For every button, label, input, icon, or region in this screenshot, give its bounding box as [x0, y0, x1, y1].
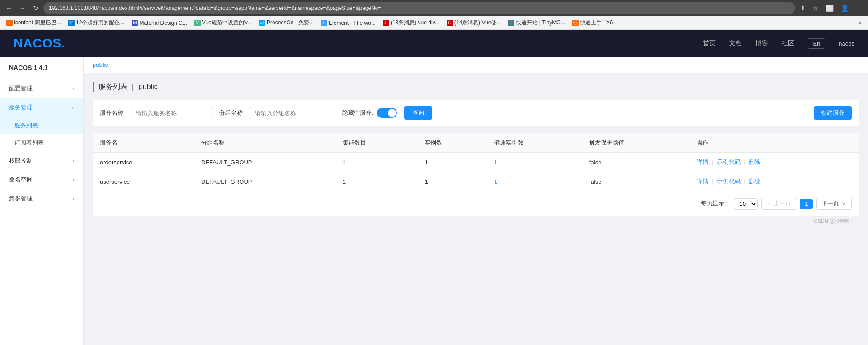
- nacos-nav: 首页 文档 博客 社区 En nacos: [703, 38, 854, 49]
- nav-home[interactable]: 首页: [703, 39, 716, 47]
- delete-link-0[interactable]: 删除: [749, 159, 760, 165]
- sidebar-group-config: 配置管理 ›: [0, 79, 83, 98]
- cell-threshold: false: [582, 172, 689, 191]
- nacos-logo: NACOS.: [14, 36, 66, 51]
- content-area: public 服务列表 ｜ public 服务名称 分组名称 隐藏空服务:: [84, 57, 868, 345]
- page-namespace: public: [139, 83, 158, 90]
- nav-forward-button[interactable]: →: [17, 4, 28, 13]
- browser-actions: ⬆ ☆ ⬜ 👤 ⋮: [798, 4, 864, 13]
- bookmark-icon[interactable]: ☆: [811, 4, 821, 13]
- bookmark-element[interactable]: E Element - The wo...: [318, 19, 378, 27]
- sidebar-item-subscriber-list[interactable]: 订阅者列表: [0, 134, 83, 151]
- sidebar-item-config-mgmt[interactable]: 配置管理 ›: [0, 79, 83, 98]
- nav-community[interactable]: 社区: [782, 39, 794, 47]
- page-title-text: 服务列表: [99, 83, 127, 90]
- bookmark-label: (13条消息) vue div...: [391, 19, 439, 27]
- delete-link-1[interactable]: 删除: [749, 178, 760, 185]
- op-separator: |: [712, 178, 713, 185]
- page-1-button[interactable]: 1: [800, 199, 813, 209]
- bookmark-material[interactable]: M Material Design C...: [129, 19, 189, 27]
- healthy-instance-link[interactable]: 1: [494, 159, 497, 166]
- sidebar-item-cluster-mgmt[interactable]: 集群管理 ›: [0, 189, 83, 208]
- bookmark-label: Vue规范中设置的'v...: [202, 19, 252, 27]
- table-row: userservice DEFAULT_GROUP 1 1 1 false 详情…: [93, 172, 859, 191]
- detail-link-1[interactable]: 详情: [697, 178, 708, 185]
- bookmark-label: Element - The wo...: [329, 20, 376, 26]
- nav-blog[interactable]: 博客: [755, 39, 768, 47]
- bookmark-favicon: 🌐: [508, 20, 514, 26]
- next-page-button[interactable]: 下一页 ＞: [816, 198, 852, 210]
- cell-operations: 详情 | 示例代码 | 删除: [689, 172, 859, 191]
- sample-code-link-0[interactable]: 示例代码: [717, 159, 741, 165]
- logo-text: NACOS.: [14, 36, 66, 50]
- profile-icon[interactable]: 👤: [839, 4, 851, 13]
- bookmark-processon[interactable]: On ProcessOn - 免费...: [256, 18, 316, 28]
- filter-row: 服务名称 分组名称 隐藏空服务: 查询 创建服务: [93, 100, 859, 126]
- col-service-name: 服务名: [93, 133, 194, 153]
- nav-docs[interactable]: 文档: [729, 39, 742, 47]
- cell-healthy-instance: 1: [487, 153, 582, 172]
- bookmark-iconfont[interactable]: i iconfont-阿里巴巴...: [4, 18, 64, 28]
- address-bar[interactable]: [43, 2, 795, 14]
- browser-chrome: ← → ↻ ⬆ ☆ ⬜ 👤 ⋮ i iconfont-阿里巴巴... 知 12个…: [0, 0, 868, 30]
- sidebar-item-service-mgmt[interactable]: 服务管理 ∨: [0, 98, 83, 117]
- nacos-header: NACOS. 首页 文档 博客 社区 En nacos: [0, 30, 868, 57]
- bookmark-favicon: M: [132, 20, 138, 26]
- toggle-knob: [388, 109, 396, 117]
- detail-link-0[interactable]: 详情: [697, 159, 708, 165]
- col-cluster-count: 集群数目: [335, 133, 418, 153]
- bookmark-vue[interactable]: V Vue规范中设置的'v...: [192, 18, 255, 28]
- bookmarks-more-icon[interactable]: »: [856, 19, 864, 27]
- service-name-input[interactable]: [131, 107, 212, 119]
- sidebar-item-label: 配置管理: [9, 84, 33, 93]
- browser-toolbar: ← → ↻ ⬆ ☆ ⬜ 👤 ⋮: [0, 0, 868, 16]
- sidebar-item-permission-ctrl[interactable]: 权限控制 ›: [0, 151, 83, 170]
- op-separator: |: [744, 178, 745, 185]
- sidebar-item-label: 权限控制: [9, 157, 33, 165]
- footer-watermark: CSDN @少年啊！: [93, 216, 859, 226]
- sidebar-item-label: 集群管理: [9, 195, 33, 203]
- bookmark-label: iconfont-阿里巴巴...: [14, 19, 61, 27]
- bookmark-label: 快速开始 | TinyMC...: [516, 19, 565, 27]
- bookmark-tinymce[interactable]: 🌐 快速开始 | TinyMC...: [505, 18, 568, 28]
- window-icon[interactable]: ⬜: [824, 4, 836, 13]
- sidebar-item-namespace[interactable]: 命名空间 ›: [0, 170, 83, 189]
- sample-code-link-1[interactable]: 示例代码: [717, 178, 741, 185]
- user-account[interactable]: nacos: [839, 40, 854, 47]
- bookmark-label: (14条消息) Vue使...: [454, 19, 501, 27]
- create-service-button[interactable]: 创建服务: [814, 106, 852, 120]
- per-page-label: 每页显示：: [701, 200, 730, 208]
- bookmark-favicon: V: [194, 20, 201, 26]
- nav-back-button[interactable]: ←: [4, 4, 14, 13]
- language-button[interactable]: En: [808, 38, 825, 49]
- page-header: 服务列表 ｜ public: [93, 82, 859, 92]
- hide-empty-toggle-area: 隐藏空服务:: [342, 108, 397, 118]
- bookmark-csdn2[interactable]: C (14条消息) Vue使...: [444, 18, 504, 28]
- group-name-input[interactable]: [250, 107, 331, 119]
- cell-healthy-instance: 1: [487, 172, 582, 191]
- page-size-select[interactable]: 10 20 50: [734, 198, 758, 210]
- sidebar-group-permission: 权限控制 ›: [0, 151, 83, 170]
- service-name-label: 服务名称: [100, 109, 123, 117]
- share-icon[interactable]: ⬆: [798, 4, 808, 13]
- healthy-instance-link[interactable]: 1: [494, 178, 497, 185]
- table-row: orderservice DEFAULT_GROUP 1 1 1 false 详…: [93, 153, 859, 172]
- bookmark-label: 快速上手 | X6: [580, 19, 613, 27]
- prev-page-button[interactable]: ＜ 上一页: [761, 198, 797, 210]
- sidebar-item-service-list[interactable]: 服务列表: [0, 117, 83, 134]
- hide-empty-toggle[interactable]: [377, 108, 397, 118]
- col-instance-count: 实例数: [417, 133, 487, 153]
- bookmark-favicon: i: [6, 20, 13, 26]
- nav-refresh-button[interactable]: ↻: [31, 4, 41, 13]
- cell-service-name: orderservice: [93, 153, 194, 172]
- bookmark-x6[interactable]: 快 快速上手 | X6: [570, 18, 615, 28]
- sidebar-group-cluster: 集群管理 ›: [0, 189, 83, 208]
- bookmark-csdn1[interactable]: C (13条消息) vue div...: [380, 18, 442, 28]
- cell-group-name: DEFAULT_GROUP: [194, 172, 335, 191]
- query-button[interactable]: 查询: [404, 106, 432, 120]
- menu-icon[interactable]: ⋮: [854, 4, 864, 13]
- breadcrumb-link[interactable]: public: [93, 61, 108, 68]
- bookmark-color[interactable]: 知 12个超好用的配色...: [66, 18, 127, 28]
- bookmark-favicon: C: [447, 20, 453, 26]
- sidebar-group-service: 服务管理 ∨ 服务列表 订阅者列表: [0, 98, 83, 151]
